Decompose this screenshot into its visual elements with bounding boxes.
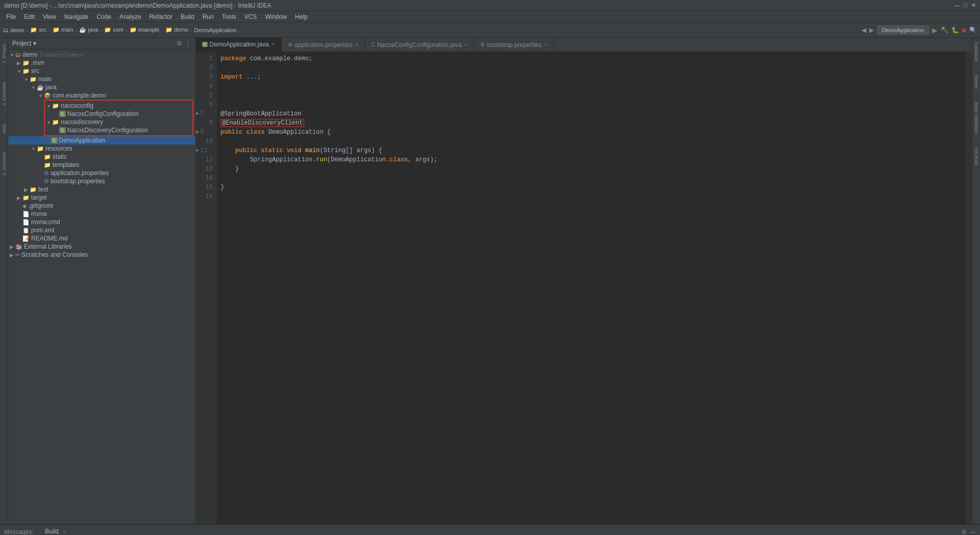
search-button[interactable]: 🔍: [969, 27, 977, 34]
tree-arrow[interactable]: ▾: [45, 119, 52, 125]
tree-item-nacosconfig[interactable]: ▾ 📁 nacosconfig: [45, 102, 192, 110]
build-button[interactable]: 🔨: [941, 27, 948, 34]
tree-arrow[interactable]: ▾: [45, 103, 52, 109]
code-content[interactable]: package com.example.demo; import ...; @S…: [216, 52, 966, 524]
project-sync-icon[interactable]: ⚙: [177, 40, 182, 47]
breadcrumb-com[interactable]: 📁 com: [104, 27, 124, 33]
left-tab-favorites[interactable]: 2: Favorites: [1, 78, 8, 110]
tree-item-external-libraries[interactable]: ▶ 📚 External Libraries: [8, 242, 195, 251]
tree-item-target[interactable]: ▶ 📁 target: [8, 193, 195, 202]
tab-close-button[interactable]: ✕: [544, 42, 548, 47]
tab-close-button[interactable]: ✕: [463, 42, 468, 47]
menu-item-analyze[interactable]: Analyze: [115, 12, 145, 21]
tab-DemoApplication-java[interactable]: C DemoApplication.java ✕: [196, 38, 282, 52]
debug-button[interactable]: 🐛: [951, 27, 959, 34]
menu-item-build[interactable]: Build: [177, 12, 199, 21]
tab-application-properties[interactable]: ⚙ application.properties ✕: [282, 38, 365, 52]
tree-item-test[interactable]: ▶ 📁 test: [8, 185, 195, 193]
tree-item-scratches[interactable]: ▶ ✏ Scratches and Consoles: [8, 251, 195, 259]
right-tab-maven[interactable]: Maven: [973, 71, 980, 93]
tree-item-nacosdiscovery[interactable]: ▾ 📁 nacosdiscovery: [45, 118, 192, 126]
tree-arrow[interactable]: ▶: [22, 187, 30, 192]
tree-item-label: application.properties: [51, 169, 109, 177]
tree-item-pom-xml[interactable]: 📋 pom.xml: [8, 226, 195, 234]
menu-item-navigate[interactable]: Navigate: [60, 12, 92, 21]
stop-button[interactable]: ■: [962, 26, 966, 34]
tree-item-templates[interactable]: 📁 templates: [8, 161, 195, 169]
maximize-button[interactable]: □: [964, 2, 967, 9]
breadcrumb-demo2[interactable]: 📁 demo: [165, 27, 188, 33]
menu-item-window[interactable]: Window: [261, 12, 291, 21]
breadcrumb-example[interactable]: 📁 example: [130, 27, 160, 33]
right-tab-bean-validation[interactable]: Bean Validation: [973, 98, 980, 138]
tree-arrow[interactable]: ▶: [15, 60, 22, 66]
tree-item-java[interactable]: ▾ ☕ java: [8, 83, 195, 91]
tree-arrow[interactable]: ▾: [15, 68, 22, 74]
tree-item-gitignore[interactable]: ◆ .gitignore: [8, 202, 195, 210]
nav-back-button[interactable]: ◀: [862, 27, 866, 34]
tree-item-application-properties[interactable]: ⚙ application.properties: [8, 169, 195, 177]
tree-item-resources[interactable]: ▾ 📁 resources: [8, 144, 195, 153]
breadcrumb-demo[interactable]: 🗂 demo: [3, 27, 24, 33]
menu-item-tools[interactable]: Tools: [218, 12, 240, 21]
tree-item-DemoApplication[interactable]: C DemoApplication: [8, 136, 195, 144]
menu-item-run[interactable]: Run: [199, 12, 218, 21]
tree-arrow[interactable]: ▶: [8, 252, 15, 258]
tree-item-NacosConfigConfiguration[interactable]: C NacosConfigConfiguration: [45, 110, 192, 118]
left-tab-project[interactable]: 1: Project: [1, 40, 8, 67]
tree-item-main[interactable]: ▾ 📁 main: [8, 75, 195, 83]
bottom-tab-build[interactable]: Build ✕: [40, 526, 71, 536]
tree-arrow[interactable]: ▶: [8, 244, 15, 250]
tree-arrow[interactable]: ▾: [8, 52, 15, 58]
tree-item-mvnw-cmd[interactable]: 📄 mvnw.cmd: [8, 218, 195, 226]
window-controls[interactable]: — □ ✕: [954, 2, 976, 9]
tree-item-mvn[interactable]: ▶ 📁 .mvn: [8, 59, 195, 67]
file-icon: 📝: [22, 235, 30, 242]
menu-item-code[interactable]: Code: [92, 12, 115, 21]
project-settings-icon[interactable]: ⋮: [185, 40, 191, 47]
nav-forward-button[interactable]: ▶: [869, 27, 874, 34]
menu-item-refactor[interactable]: Refactor: [145, 12, 177, 21]
tree-arrow[interactable]: ▾: [30, 146, 37, 152]
bottom-minimize-icon[interactable]: —: [970, 528, 976, 536]
editor-scrollbar[interactable]: [966, 52, 972, 524]
right-tab-ant-build[interactable]: Ant Build: [973, 143, 980, 169]
breadcrumb-demoapplication[interactable]: DemoApplication: [194, 27, 236, 33]
tree-item-readme[interactable]: 📝 README.md: [8, 234, 195, 242]
line-numbers: 1 2 3 4 5 6 ▶7 8 ▶9 10 ▶11 12 13 14 15 1…: [196, 52, 216, 524]
tree-arrow[interactable]: ▾: [37, 93, 44, 99]
bottom-settings-icon[interactable]: ⚙: [961, 528, 967, 536]
menu-item-help[interactable]: Help: [291, 12, 312, 21]
left-tab-structure[interactable]: 2: Structure: [1, 148, 8, 180]
breadcrumb-src[interactable]: 📁 src: [30, 27, 46, 33]
tree-item-demo-root[interactable]: ▾ 🗂 demo 2 hidden D:\demo: [8, 51, 195, 59]
tree-item-src[interactable]: ▾ 📁 src: [8, 67, 195, 75]
project-selector-button[interactable]: DemoApplication: [877, 26, 928, 35]
menu-item-view[interactable]: View: [39, 12, 60, 21]
tree-item-static[interactable]: 📁 static: [8, 153, 195, 161]
tree-item-com-example-demo[interactable]: ▾ 📦 com.example.demo: [8, 91, 195, 100]
menu-item-file[interactable]: File: [2, 12, 20, 21]
tree-item-bootstrap-properties[interactable]: ⚙ bootstrap.properties: [8, 177, 195, 185]
menu-item-edit[interactable]: Edit: [20, 12, 39, 21]
left-tab-web[interactable]: Web: [1, 120, 8, 137]
tree-item-mvnw[interactable]: 📄 mvnw: [8, 210, 195, 218]
project-panel-title[interactable]: Project ▾: [12, 40, 36, 47]
minimize-button[interactable]: —: [954, 2, 960, 9]
bottom-tab-close[interactable]: ✕: [62, 529, 66, 534]
close-button[interactable]: ✕: [971, 2, 976, 9]
tree-arrow[interactable]: ▾: [22, 77, 30, 82]
run-button[interactable]: ▶: [932, 26, 938, 34]
tab-props-icon: ⚙: [288, 42, 292, 47]
breadcrumb-main[interactable]: 📁 main: [53, 27, 74, 33]
tab-close-button[interactable]: ✕: [355, 42, 359, 47]
tree-item-NacosDiscoveryConfiguration[interactable]: C NacosDiscoveryConfiguration: [45, 126, 192, 134]
tab-close-button[interactable]: ✕: [271, 41, 275, 47]
tab-NacosConfigConfiguration[interactable]: C NacosConfigConfiguration.java ✕: [365, 38, 475, 52]
tab-bootstrap-properties[interactable]: ⚙ bootstrap.properties ✕: [474, 38, 554, 52]
menu-item-vcs[interactable]: VCS: [240, 12, 261, 21]
tree-arrow[interactable]: ▶: [15, 195, 22, 201]
tree-arrow[interactable]: ▾: [30, 85, 37, 90]
breadcrumb-java[interactable]: ☕ java: [79, 27, 98, 33]
right-tab-database[interactable]: Database: [973, 38, 980, 66]
